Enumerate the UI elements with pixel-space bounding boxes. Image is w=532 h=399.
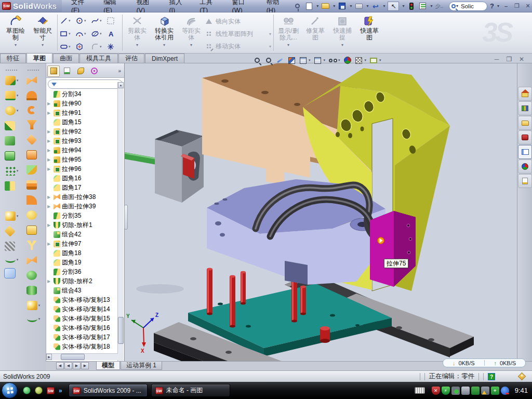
expand-arrow-icon[interactable]: ▶: [47, 195, 52, 200]
toolbar-button[interactable]: ▾: [5, 106, 19, 115]
toolbar-button[interactable]: ▾: [5, 269, 18, 278]
resources-home-tab[interactable]: [518, 87, 532, 101]
toolbar-button[interactable]: ▾: [26, 76, 40, 85]
view-orientation-icon[interactable]: [299, 56, 307, 64]
select-button[interactable]: ↖: [388, 2, 399, 11]
toolbar-button[interactable]: ▾: [5, 151, 18, 161]
sketch-fillet-tool[interactable]: ▾: [90, 40, 105, 53]
tree-horizontal-scrollbar[interactable]: ◀ ▶: [46, 353, 118, 360]
command-tab[interactable]: DimXpert: [145, 54, 184, 63]
tree-item[interactable]: ▶ 拉伸97: [47, 239, 118, 248]
core-insert-block[interactable]: [155, 130, 204, 203]
toolbar-button[interactable]: ▾: [5, 181, 18, 191]
ellipse-tool[interactable]: ▾: [90, 27, 105, 40]
expand-arrow-icon[interactable]: ▶: [47, 111, 52, 115]
toolbar-button[interactable]: ▾: [5, 76, 19, 85]
apply-scene-icon[interactable]: [355, 56, 363, 64]
antivirus-tray-icon[interactable]: ✕: [432, 387, 440, 395]
toolbar-caret-icon[interactable]: ▾: [17, 94, 19, 98]
tree-item[interactable]: ▶ 拉伸95: [47, 155, 118, 164]
move-entities-caret-icon[interactable]: ▾: [269, 44, 272, 49]
doc-restore-button[interactable]: ❐: [505, 56, 513, 63]
expand-arrow-icon[interactable]: ▶: [47, 101, 52, 106]
toolbar-button[interactable]: ▾: [26, 286, 40, 295]
expand-arrow-icon[interactable]: ▶: [47, 129, 52, 134]
expand-arrow-icon[interactable]: ▶: [47, 139, 52, 143]
view-palette-tab[interactable]: [518, 145, 532, 159]
sheet-nav-button[interactable]: ◀: [64, 362, 72, 369]
toolbar-button[interactable]: ▾: [26, 225, 40, 235]
quick-snaps-button[interactable]: 快速捕 捉 ▾: [329, 12, 356, 53]
appearances-tab[interactable]: [518, 159, 532, 174]
toolbar-button[interactable]: ▾: [5, 121, 18, 130]
spline-tool[interactable]: ▾: [90, 14, 105, 27]
sync-tray-icon[interactable]: [471, 387, 480, 395]
custom-properties-tab[interactable]: [518, 174, 532, 188]
tree-item[interactable]: ▶ 圆角19: [47, 258, 118, 267]
quick-snaps-caret-icon[interactable]: ▾: [341, 42, 343, 48]
magic-wand-icon[interactable]: [276, 56, 284, 64]
expand-arrow-icon[interactable]: ▶: [47, 204, 52, 209]
security-tray-icon[interactable]: ⚡: [442, 387, 450, 395]
solidworks-shortcut-icon[interactable]: SW: [47, 387, 55, 394]
tree-item[interactable]: ▶ 圆角15: [47, 117, 118, 127]
options-caret-icon[interactable]: ▾: [430, 4, 432, 8]
print-button[interactable]: [354, 2, 363, 10]
scrollbar-thumb[interactable]: [118, 317, 124, 344]
quick-launch-icon[interactable]: [35, 387, 43, 394]
options-button[interactable]: [418, 2, 427, 10]
restore-button[interactable]: ❐: [513, 3, 521, 9]
doc-close-button[interactable]: ✕: [517, 56, 526, 63]
health-tray-icon[interactable]: +: [491, 387, 499, 395]
tree-item[interactable]: ▶ 分割34: [47, 89, 118, 99]
command-tab[interactable]: 模具工具: [79, 54, 118, 63]
toolbar-button[interactable]: ▾: [5, 136, 18, 145]
offset-entities-button[interactable]: 等距实 体 ▾: [178, 12, 205, 53]
repair-sketch-button[interactable]: 修复草 图: [302, 12, 329, 53]
toolbar-button[interactable]: ▾: [5, 166, 19, 176]
menu-item[interactable]: 视图(V): [136, 0, 155, 14]
rapid-sketch-button[interactable]: 快速草 图: [356, 12, 383, 53]
file-explorer-tab[interactable]: [518, 116, 532, 130]
open-button[interactable]: [321, 2, 330, 10]
search-caret-icon[interactable]: ▾: [456, 4, 458, 8]
taskbar-clock[interactable]: 9:41: [515, 387, 528, 394]
tree-item[interactable]: ▶ 实体-移动/复制17: [47, 332, 118, 342]
tree-item[interactable]: ▶ 拉伸94: [47, 145, 118, 155]
tree-item[interactable]: ▶ 拉伸96: [47, 164, 118, 174]
tree-item[interactable]: ▶ 实体-移动/复制13: [47, 295, 118, 304]
menu-item[interactable]: 帮助(H): [267, 0, 286, 14]
offset-caret-icon[interactable]: ▾: [190, 42, 192, 48]
view-orientation-caret-icon[interactable]: ▾: [309, 58, 311, 62]
scroll-right-icon[interactable]: ▶: [46, 354, 52, 360]
toolbar-caret-icon[interactable]: ▾: [17, 169, 19, 173]
tree-item[interactable]: ▶ 曲面-拉伸38: [47, 192, 118, 202]
quick-launch-chevron-icon[interactable]: »: [59, 387, 62, 394]
tree-item[interactable]: ▶ 组合43: [47, 286, 118, 295]
toolbar-button[interactable]: ▾: [26, 165, 40, 175]
toolbar-caret-icon[interactable]: ▾: [17, 258, 19, 262]
display-delete-relations-button[interactable]: 显示/删 除几... ▾: [275, 12, 302, 53]
tree-item[interactable]: ▶ 切除-放样1: [47, 220, 118, 230]
sketch-caret-icon[interactable]: ▾: [15, 42, 17, 48]
tree-item[interactable]: ▶ 拉伸90: [47, 99, 118, 108]
toolbar-button[interactable]: ▾: [5, 196, 18, 206]
toolbar-button[interactable]: ▾: [5, 91, 19, 100]
toolbar-button[interactable]: ▾: [26, 256, 40, 265]
save-button[interactable]: [338, 2, 347, 10]
hide-show-caret-icon[interactable]: ▾: [338, 58, 340, 62]
convert-entities-button[interactable]: 转换实 体引用 ▾: [151, 12, 178, 53]
volume-tray-icon[interactable]: [461, 387, 470, 395]
command-tab[interactable]: 评估: [118, 54, 144, 63]
toolbar-button[interactable]: ▾: [26, 241, 40, 250]
command-tab[interactable]: 特征: [0, 54, 26, 63]
toolbar-button[interactable]: ▾: [5, 227, 18, 236]
save-caret-icon[interactable]: ▾: [350, 4, 352, 8]
new-caret-icon[interactable]: ▾: [316, 4, 318, 8]
zoom-fit-icon[interactable]: [253, 56, 261, 64]
minimize-button[interactable]: –: [502, 3, 510, 9]
tree-item[interactable]: ▶ 实体-移动/复制15: [47, 314, 118, 323]
apply-scene-caret-icon[interactable]: ▾: [365, 58, 367, 62]
mirror-entities-button[interactable]: 镜向实体: [205, 15, 272, 28]
tree-item[interactable]: ▶ 拉伸93: [47, 136, 118, 145]
